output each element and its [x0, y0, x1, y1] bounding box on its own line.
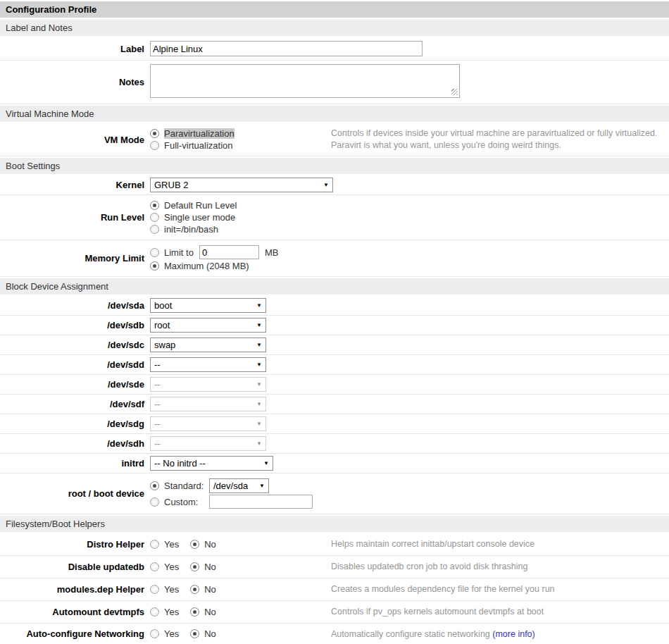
- disable-updatedb-row: Disable updatedb Yes No Disables updated…: [0, 556, 669, 578]
- standard-root-radio-label[interactable]: Standard:: [164, 481, 209, 491]
- standard-root-radio[interactable]: [150, 481, 159, 490]
- initrd-row: initrd -- No initrd -- ▼: [0, 454, 669, 473]
- standard-root-select[interactable]: /dev/sda ▼: [209, 478, 269, 493]
- automount-devtmpfs-yes-label[interactable]: Yes: [164, 607, 179, 617]
- automount-devtmpfs-no-radio[interactable]: [190, 607, 199, 617]
- memory-limit-input[interactable]: [199, 245, 259, 259]
- automount-devtmpfs-yes-radio[interactable]: [150, 607, 159, 617]
- dropdown-arrow-icon: ▼: [259, 483, 265, 489]
- single-user-mode-radio-label[interactable]: Single user mode: [164, 212, 235, 223]
- run-level-label: Run Level: [0, 212, 150, 223]
- full-virtualization-radio-label[interactable]: Full-virtualization: [164, 140, 233, 151]
- root-boot-device-label: root / boot device: [0, 488, 150, 499]
- dev-sdh-select-value: --: [154, 438, 161, 449]
- label-field-label: Label: [0, 44, 150, 54]
- dev-sdg-label: /dev/sdg: [0, 419, 150, 429]
- initrd-select[interactable]: -- No initrd -- ▼: [150, 456, 273, 471]
- modules-dep-helper-no-label[interactable]: No: [204, 584, 216, 595]
- auto-configure-networking-no-radio[interactable]: [190, 629, 199, 638]
- auto-configure-networking-yes-label[interactable]: Yes: [164, 628, 179, 639]
- dropdown-arrow-icon: ▼: [256, 361, 262, 368]
- distro-helper-no-label[interactable]: No: [204, 539, 216, 550]
- custom-root-radio-label[interactable]: Custom:: [164, 497, 209, 507]
- notes-field-label: Notes: [0, 77, 150, 87]
- modules-dep-helper-no-radio[interactable]: [190, 585, 199, 594]
- maximum-memory-radio-label[interactable]: Maximum (2048 MB): [164, 261, 249, 271]
- dev-sda-select[interactable]: boot ▼: [150, 298, 266, 313]
- memory-limit-unit: MB: [265, 247, 279, 258]
- custom-root-input[interactable]: [209, 495, 313, 509]
- disable-updatedb-yes-label[interactable]: Yes: [164, 562, 179, 572]
- init-bin-bash-radio-label[interactable]: init=/bin/bash: [164, 224, 218, 235]
- auto-configure-networking-yes-radio[interactable]: [150, 629, 159, 638]
- modules-dep-helper-yes-label[interactable]: Yes: [164, 584, 179, 595]
- more-info-link[interactable]: (more info): [492, 629, 534, 639]
- root-boot-device-row: root / boot device Standard: /dev/sda ▼ …: [0, 473, 669, 514]
- block-device-row-sdc: /dev/sdc swap ▼: [0, 335, 669, 355]
- init-bin-bash-radio[interactable]: [150, 225, 159, 234]
- block-device-row-sdd: /dev/sdd -- ▼: [0, 355, 669, 375]
- dev-sdd-label: /dev/sdd: [0, 359, 150, 370]
- disable-updatedb-yes-radio[interactable]: [150, 562, 159, 571]
- dev-sde-label: /dev/sde: [0, 379, 150, 390]
- full-virtualization-radio[interactable]: [150, 141, 159, 150]
- kernel-label: Kernel: [0, 180, 150, 190]
- dev-sdf-label: /dev/sdf: [0, 399, 150, 409]
- section-boot-settings: Boot Settings: [0, 158, 669, 174]
- modules-dep-helper-label: modules.dep Helper: [0, 584, 150, 595]
- default-run-level-radio[interactable]: [150, 201, 159, 210]
- dev-sdg-select-value: --: [154, 419, 161, 429]
- notes-textarea[interactable]: [150, 64, 460, 98]
- dropdown-arrow-icon: ▼: [256, 381, 262, 388]
- dev-sdh-label: /dev/sdh: [0, 438, 150, 449]
- dev-sdb-label: /dev/sdb: [0, 320, 150, 330]
- block-device-row-sdh: /dev/sdh -- ▼: [0, 434, 669, 454]
- kernel-row: Kernel GRUB 2 ▼: [0, 175, 669, 195]
- disable-updatedb-no-label[interactable]: No: [204, 562, 216, 572]
- limit-to-radio-label[interactable]: Limit to: [164, 247, 194, 258]
- label-input[interactable]: [150, 41, 423, 56]
- memory-limit-label: Memory Limit: [0, 253, 150, 264]
- maximum-memory-radio[interactable]: [150, 261, 159, 271]
- memory-limit-row: Memory Limit Limit to MB Maximum (2048 M…: [0, 240, 669, 277]
- automount-devtmpfs-row: Automount devtmpfs Yes No Controls if pv…: [0, 601, 669, 624]
- dropdown-arrow-icon: ▼: [256, 342, 262, 348]
- disable-updatedb-no-radio[interactable]: [190, 562, 199, 571]
- automount-devtmpfs-no-label[interactable]: No: [204, 607, 216, 617]
- paravirtualization-radio-label[interactable]: Paravirtualization: [164, 128, 235, 139]
- automount-devtmpfs-help-text: Controls if pv_ops kernels automount dev…: [331, 606, 669, 618]
- distro-helper-yes-radio[interactable]: [150, 540, 159, 549]
- paravirtualization-radio[interactable]: [150, 129, 159, 138]
- dev-sdd-select-value: --: [154, 359, 161, 370]
- modules-dep-helper-yes-radio[interactable]: [150, 585, 159, 594]
- dropdown-arrow-icon: ▼: [256, 322, 262, 328]
- standard-root-select-value: /dev/sda: [213, 481, 248, 491]
- kernel-select[interactable]: GRUB 2 ▼: [150, 178, 333, 192]
- block-device-row-sdg: /dev/sdg -- ▼: [0, 414, 669, 434]
- block-device-row-sdf: /dev/sdf -- ▼: [0, 395, 669, 414]
- default-run-level-radio-label[interactable]: Default Run Level: [164, 200, 237, 211]
- distro-helper-no-radio[interactable]: [190, 540, 199, 549]
- limit-to-radio[interactable]: [150, 248, 159, 257]
- auto-configure-networking-help-text: Automatically configure static networkin…: [331, 628, 669, 640]
- dev-sdf-select: -- ▼: [150, 397, 266, 411]
- section-virtual-machine-mode: Virtual Machine Mode: [0, 106, 669, 122]
- modules-dep-helper-row: modules.dep Helper Yes No Creates a modu…: [0, 578, 669, 601]
- dev-sdd-select[interactable]: -- ▼: [150, 357, 266, 372]
- dropdown-arrow-icon: ▼: [256, 440, 262, 447]
- auto-configure-networking-help-body: Automatically configure static networkin…: [331, 629, 490, 639]
- single-user-mode-radio[interactable]: [150, 213, 159, 222]
- distro-helper-label: Distro Helper: [0, 539, 150, 550]
- custom-root-radio[interactable]: [150, 497, 159, 507]
- dev-sdc-label: /dev/sdc: [0, 340, 150, 350]
- auto-configure-networking-no-label[interactable]: No: [204, 628, 216, 639]
- dev-sde-select-value: --: [154, 379, 161, 390]
- dev-sde-select: -- ▼: [150, 377, 266, 392]
- distro-helper-yes-label[interactable]: Yes: [164, 539, 179, 550]
- dev-sdb-select[interactable]: root ▼: [150, 318, 266, 333]
- modules-dep-helper-help-text: Creates a modules dependency file for th…: [331, 583, 669, 595]
- dev-sdc-select[interactable]: swap ▼: [150, 338, 266, 352]
- dev-sda-label: /dev/sda: [0, 300, 150, 311]
- dropdown-arrow-icon: ▼: [256, 302, 262, 309]
- section-filesystem-boot-helpers: Filesystem/Boot Helpers: [0, 516, 669, 532]
